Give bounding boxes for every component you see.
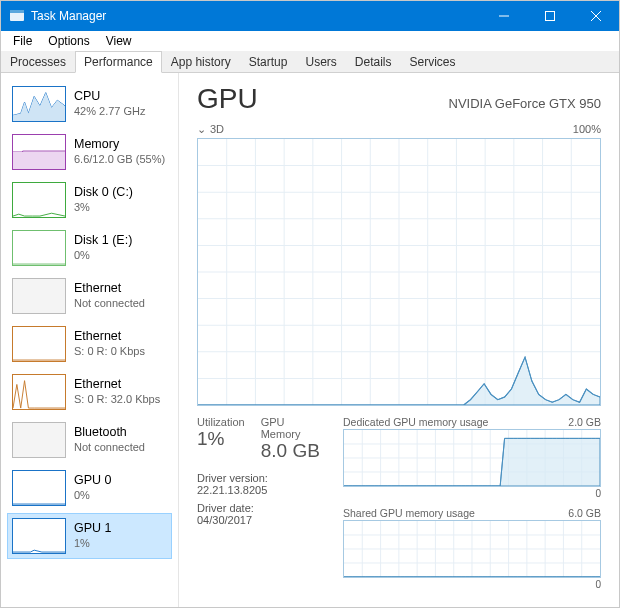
sidebar-item-disk0[interactable]: Disk 0 (C:)3% — [7, 177, 172, 223]
sidebar-item-sub: 0% — [74, 249, 132, 263]
thumbnail-chart-icon — [12, 278, 66, 314]
window-controls — [481, 1, 619, 31]
sidebar-item-memory[interactable]: Memory6.6/12.0 GB (55%) — [7, 129, 172, 175]
thumbnail-chart-icon — [12, 518, 66, 554]
sidebar-item-sub: 0% — [74, 489, 112, 503]
svg-rect-1 — [10, 10, 24, 13]
sidebar-item-cpu[interactable]: CPU42% 2.77 GHz — [7, 81, 172, 127]
menubar: File Options View — [1, 31, 619, 51]
thumbnail-chart-icon — [12, 230, 66, 266]
driver-version-label: Driver version: — [197, 472, 325, 484]
svg-rect-7 — [13, 152, 65, 169]
stats-panel: Utilization 1% GPU Memory 8.0 GB Driver … — [197, 416, 325, 590]
maximize-button[interactable] — [527, 1, 573, 31]
menu-view[interactable]: View — [98, 32, 140, 50]
thumbnail-chart-icon — [12, 374, 66, 410]
chart-zero-label: 0 — [343, 579, 601, 590]
main-area: CPU42% 2.77 GHz Memory6.6/12.0 GB (55%) … — [1, 73, 619, 607]
sidebar-item-label: Ethernet — [74, 281, 145, 297]
thumbnail-chart-icon — [12, 422, 66, 458]
driver-date-label: Driver date: — [197, 502, 325, 514]
main-chart[interactable] — [197, 138, 601, 406]
sidebar-item-sub: S: 0 R: 0 Kbps — [74, 345, 145, 359]
sidebar-item-ethernet-2[interactable]: EthernetS: 0 R: 32.0 Kbps — [7, 369, 172, 415]
dedicated-mem-max: 2.0 GB — [568, 416, 601, 428]
sidebar: CPU42% 2.77 GHz Memory6.6/12.0 GB (55%) … — [1, 73, 179, 607]
tab-users[interactable]: Users — [296, 51, 345, 72]
app-icon — [9, 8, 25, 24]
menu-file[interactable]: File — [5, 32, 40, 50]
tab-app-history[interactable]: App history — [162, 51, 240, 72]
titlebar: Task Manager — [1, 1, 619, 31]
chevron-down-icon: ⌄ — [197, 123, 206, 135]
detail-device-name: NVIDIA GeForce GTX 950 — [449, 96, 601, 111]
window-title: Task Manager — [31, 9, 481, 23]
gpu-mem-value: 8.0 GB — [261, 440, 325, 462]
tab-details[interactable]: Details — [346, 51, 401, 72]
sidebar-item-disk1[interactable]: Disk 1 (E:)0% — [7, 225, 172, 271]
close-button[interactable] — [573, 1, 619, 31]
tab-startup[interactable]: Startup — [240, 51, 297, 72]
thumbnail-chart-icon — [12, 86, 66, 122]
tab-services[interactable]: Services — [401, 51, 465, 72]
sidebar-item-sub: 6.6/12.0 GB (55%) — [74, 153, 165, 167]
dedicated-mem-label: Dedicated GPU memory usage — [343, 416, 488, 428]
tab-processes[interactable]: Processes — [1, 51, 75, 72]
minimize-button[interactable] — [481, 1, 527, 31]
chart-max-label: 100% — [573, 123, 601, 136]
sidebar-item-label: Memory — [74, 137, 165, 153]
sidebar-item-sub: Not connected — [74, 441, 145, 455]
driver-version-value: 22.21.13.8205 — [197, 484, 325, 496]
chart-selector[interactable]: ⌄3D — [197, 123, 224, 136]
sidebar-item-sub: 1% — [74, 537, 112, 551]
shared-mem-max: 6.0 GB — [568, 507, 601, 519]
sidebar-item-bluetooth[interactable]: BluetoothNot connected — [7, 417, 172, 463]
svg-marker-6 — [13, 93, 65, 121]
sidebar-item-label: GPU 1 — [74, 521, 112, 537]
sidebar-item-label: Disk 0 (C:) — [74, 185, 133, 201]
sidebar-item-label: Bluetooth — [74, 425, 145, 441]
sidebar-item-gpu1[interactable]: GPU 11% — [7, 513, 172, 559]
chart-name: 3D — [210, 123, 224, 135]
sidebar-item-gpu0[interactable]: GPU 00% — [7, 465, 172, 511]
shared-mem-chart[interactable] — [343, 520, 601, 578]
sidebar-item-ethernet-0[interactable]: EthernetNot connected — [7, 273, 172, 319]
sidebar-item-sub: 3% — [74, 201, 133, 215]
thumbnail-chart-icon — [12, 134, 66, 170]
tabbar: Processes Performance App history Startu… — [1, 51, 619, 73]
util-value: 1% — [197, 428, 245, 450]
dedicated-mem-chart[interactable] — [343, 429, 601, 487]
sidebar-item-label: CPU — [74, 89, 146, 105]
sidebar-item-sub: S: 0 R: 32.0 Kbps — [74, 393, 160, 407]
thumbnail-chart-icon — [12, 470, 66, 506]
sidebar-item-label: Ethernet — [74, 329, 145, 345]
sidebar-item-label: Disk 1 (E:) — [74, 233, 132, 249]
sidebar-item-sub: Not connected — [74, 297, 145, 311]
sidebar-item-label: GPU 0 — [74, 473, 112, 489]
thumbnail-chart-icon — [12, 182, 66, 218]
sidebar-item-label: Ethernet — [74, 377, 160, 393]
detail-panel: GPU NVIDIA GeForce GTX 950 ⌄3D 100% Util… — [179, 73, 619, 607]
sidebar-item-sub: 42% 2.77 GHz — [74, 105, 146, 119]
util-label: Utilization — [197, 416, 245, 428]
tab-performance[interactable]: Performance — [75, 51, 162, 73]
sidebar-item-ethernet-1[interactable]: EthernetS: 0 R: 0 Kbps — [7, 321, 172, 367]
menu-options[interactable]: Options — [40, 32, 97, 50]
chart-zero-label: 0 — [343, 488, 601, 499]
shared-mem-label: Shared GPU memory usage — [343, 507, 475, 519]
thumbnail-chart-icon — [12, 326, 66, 362]
svg-rect-3 — [546, 12, 555, 21]
detail-title: GPU — [197, 83, 258, 115]
gpu-mem-label: GPU Memory — [261, 416, 325, 440]
driver-date-value: 04/30/2017 — [197, 514, 325, 526]
